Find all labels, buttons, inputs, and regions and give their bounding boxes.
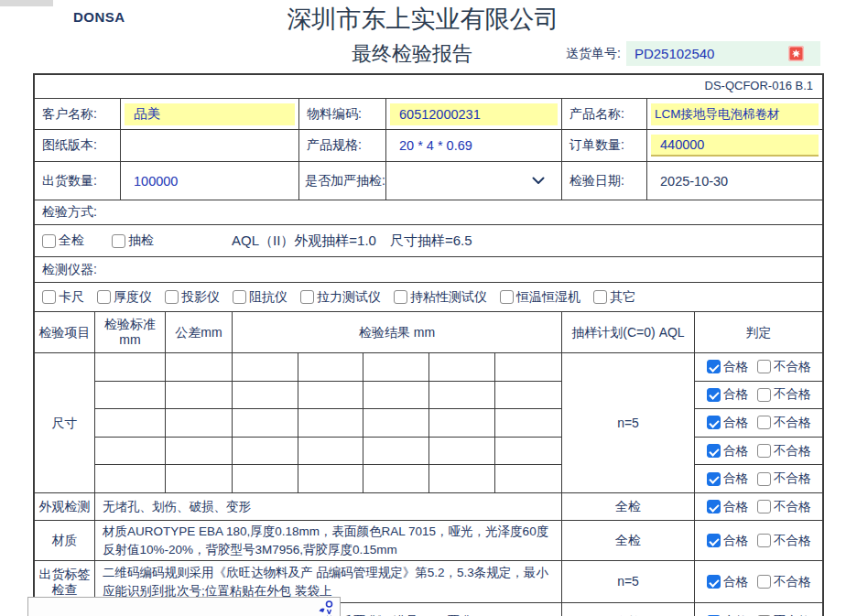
full-inspect-checkbox[interactable] <box>42 234 56 248</box>
doc-code: DS-QCFOR-016 B.1 <box>705 79 813 93</box>
tolerance-input-cell[interactable] <box>166 438 233 465</box>
pass-checkbox[interactable] <box>707 575 721 589</box>
pass-checkbox[interactable] <box>707 444 721 458</box>
result-input-cell[interactable] <box>429 438 495 465</box>
material-code-input[interactable]: 60512000231 <box>390 103 558 125</box>
delivery-note-input[interactable]: PD25102540 <box>626 41 820 66</box>
instruments-section-title: 检测仪器: <box>35 262 97 278</box>
result-input-cell[interactable] <box>363 438 429 465</box>
pass-checkbox[interactable] <box>707 534 721 547</box>
fail-checkbox[interactable] <box>757 534 771 547</box>
strict-sampling-select[interactable] <box>386 162 562 200</box>
tolerance-input-cell[interactable] <box>166 382 233 409</box>
other-instrument-checkbox[interactable] <box>593 290 607 304</box>
caliper-checkbox[interactable] <box>42 290 56 304</box>
alert-badge[interactable] <box>788 46 804 61</box>
standard-input-cell[interactable] <box>95 353 166 381</box>
impedance-checkbox[interactable] <box>233 290 246 304</box>
sample-inspect-checkbox[interactable] <box>112 234 125 248</box>
customer-name-input[interactable]: 品美 <box>125 103 295 125</box>
result-input-cell[interactable] <box>233 382 298 409</box>
standard-input-cell[interactable] <box>95 409 166 437</box>
delivery-note-label: 送货单号: <box>566 41 621 66</box>
instrument-option-adhesion-tester[interactable]: 持粘性测试仪 <box>394 289 487 306</box>
result-input-cell[interactable] <box>298 409 364 437</box>
result-input-cell[interactable] <box>233 438 298 465</box>
instrument-option-other[interactable]: 其它 <box>593 289 635 306</box>
projector-checkbox[interactable] <box>165 290 179 304</box>
instrument-option-tension-tester[interactable]: 拉力测试仪 <box>300 289 381 306</box>
fail-checkbox[interactable] <box>757 444 771 458</box>
tolerance-input-cell[interactable] <box>166 353 233 381</box>
col-header-result: 检验结果 mm <box>359 325 435 340</box>
tolerance-input-cell[interactable] <box>166 409 233 437</box>
instrument-option-thickness-gauge[interactable]: 厚度仪 <box>97 289 152 306</box>
product-name-input[interactable]: LCM接地导电泡棉卷材 <box>651 103 819 125</box>
result-input-cell[interactable] <box>298 465 364 492</box>
full-inspect-option[interactable]: 全检 <box>42 232 84 249</box>
result-input-cell[interactable] <box>298 438 364 465</box>
fail-checkbox[interactable] <box>757 472 771 486</box>
result-input-cell[interactable] <box>233 465 298 492</box>
climate-chamber-checkbox[interactable] <box>500 290 514 304</box>
result-input-cell[interactable] <box>233 353 298 381</box>
standard-input-cell[interactable] <box>95 382 166 409</box>
instrument-option-climate-chamber[interactable]: 恒温恒湿机 <box>500 289 580 306</box>
dimension-measure-row <box>95 465 561 492</box>
pass-checkbox[interactable] <box>707 360 721 373</box>
result-input-cell[interactable] <box>363 409 429 437</box>
delivery-note-value: PD25102540 <box>634 46 715 61</box>
result-input-cell[interactable] <box>429 409 495 437</box>
tension-tester-checkbox[interactable] <box>300 290 314 304</box>
fail-checkbox[interactable] <box>757 416 771 429</box>
result-input-cell[interactable] <box>495 409 561 437</box>
result-input-cell[interactable] <box>495 465 561 492</box>
drawing-version-input[interactable] <box>125 135 295 157</box>
result-input-cell[interactable] <box>429 465 495 492</box>
result-input-cell[interactable] <box>363 353 429 381</box>
result-input-cell[interactable] <box>363 382 429 409</box>
instrument-option-projector[interactable]: 投影仪 <box>165 289 220 306</box>
adhesion-tester-checkbox[interactable] <box>394 290 407 304</box>
order-qty-input[interactable]: 440000 <box>651 135 819 157</box>
result-input-cell[interactable] <box>495 353 561 381</box>
dimension-measure-row <box>95 409 561 438</box>
item-description: 无堵孔、划伤、破损、变形 <box>95 496 256 518</box>
dimension-measure-row <box>95 353 561 382</box>
result-input-cell[interactable] <box>429 353 495 381</box>
standard-input-cell[interactable] <box>95 465 166 492</box>
inspect-date-label: 检验日期: <box>562 173 624 189</box>
item-label: 外观检测 <box>39 499 91 514</box>
sample-inspect-option[interactable]: 抽检 <box>112 232 154 249</box>
result-input-cell[interactable] <box>298 353 364 381</box>
company-title: 深圳市东上实业有限公司 <box>0 3 846 36</box>
pass-checkbox[interactable] <box>707 388 721 402</box>
fail-checkbox[interactable] <box>757 360 771 373</box>
instrument-option-impedance[interactable]: 阻抗仪 <box>233 289 287 306</box>
thickness-gauge-checkbox[interactable] <box>97 290 111 304</box>
result-input-cell[interactable] <box>429 382 495 409</box>
pass-checkbox[interactable] <box>707 472 721 486</box>
ink-selector-icon[interactable] <box>316 599 336 616</box>
result-input-cell[interactable] <box>298 382 364 409</box>
ship-qty-input[interactable]: 100000 <box>125 170 295 192</box>
judgement-row: 合格不合格 <box>695 386 822 403</box>
fail-checkbox[interactable] <box>757 575 771 589</box>
result-input-cell[interactable] <box>363 465 429 492</box>
inspect-date-input[interactable]: 2025-10-30 <box>651 170 819 192</box>
pass-checkbox[interactable] <box>707 500 721 513</box>
tolerance-input-cell[interactable] <box>166 465 233 492</box>
pass-checkbox[interactable] <box>707 416 721 429</box>
standard-input-cell[interactable] <box>95 438 166 465</box>
instrument-option-caliper[interactable]: 卡尺 <box>42 289 84 306</box>
judgement-row: 合格不合格 <box>695 443 822 459</box>
result-input-cell[interactable] <box>233 409 298 437</box>
judgement-row: 合格不合格 <box>695 499 822 515</box>
judgement-row: 合格不合格 <box>695 415 822 431</box>
item-plan: 全检 <box>615 533 641 548</box>
fail-checkbox[interactable] <box>757 500 771 513</box>
product-spec-input[interactable]: 20 * 4 * 0.69 <box>390 135 558 157</box>
result-input-cell[interactable] <box>495 382 561 409</box>
fail-checkbox[interactable] <box>757 388 771 402</box>
result-input-cell[interactable] <box>495 438 561 465</box>
